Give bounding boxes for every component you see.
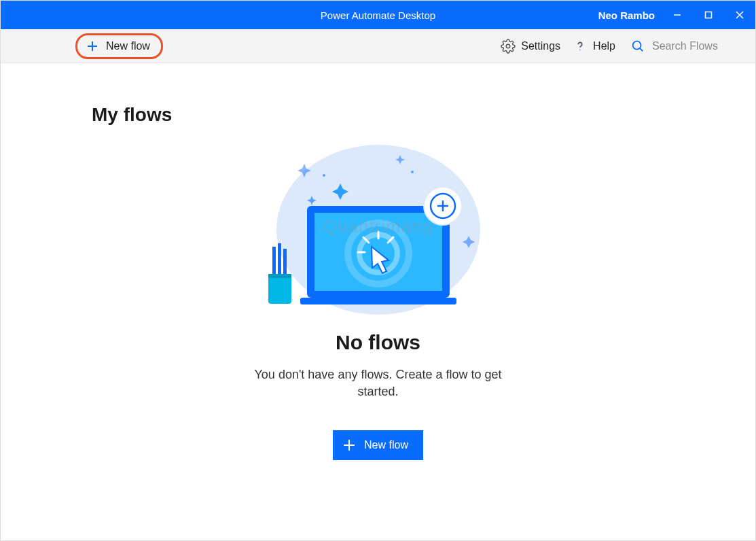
- new-flow-label: New flow: [106, 40, 150, 52]
- app-window: Power Automate Desktop Neo Rambo New flo…: [0, 0, 756, 541]
- close-button[interactable]: [724, 1, 755, 29]
- settings-button[interactable]: Settings: [501, 39, 560, 54]
- svg-point-6: [507, 44, 511, 48]
- toolbar-left: New flow: [1, 33, 163, 59]
- minimize-icon: [672, 10, 682, 20]
- svg-rect-15: [300, 298, 456, 304]
- search-icon: [630, 39, 645, 54]
- title-bar: Power Automate Desktop Neo Rambo: [1, 1, 755, 29]
- main-content: My flows: [1, 63, 755, 540]
- empty-state-title: No flows: [336, 331, 420, 354]
- svg-point-12: [411, 171, 414, 173]
- user-name[interactable]: Neo Rambo: [598, 10, 655, 21]
- empty-illustration: Quantrimang: [263, 138, 494, 315]
- gear-icon: [501, 39, 516, 54]
- plus-icon: [342, 438, 356, 452]
- minimize-button[interactable]: [662, 1, 693, 29]
- page-title: My flows: [92, 104, 674, 126]
- svg-rect-27: [268, 274, 291, 278]
- svg-line-9: [640, 48, 643, 50]
- plus-icon: [86, 39, 99, 53]
- toolbar-right: Settings Help: [501, 39, 747, 54]
- svg-point-8: [633, 41, 641, 49]
- svg-point-11: [323, 174, 325, 177]
- svg-rect-29: [278, 243, 281, 274]
- help-button[interactable]: Help: [573, 39, 615, 54]
- empty-state: Quantrimang No flows You don't have any …: [209, 138, 548, 460]
- help-label: Help: [593, 40, 615, 52]
- close-icon: [735, 10, 744, 20]
- new-flow-button-main[interactable]: New flow: [333, 430, 423, 460]
- new-flow-button-toolbar[interactable]: New flow: [75, 33, 163, 59]
- maximize-icon: [704, 10, 713, 20]
- svg-rect-28: [272, 247, 276, 274]
- window-controls: [662, 1, 755, 29]
- search-flows[interactable]: [628, 39, 747, 54]
- svg-rect-1: [706, 12, 712, 18]
- search-input[interactable]: [652, 40, 747, 52]
- svg-rect-30: [283, 249, 287, 274]
- settings-label: Settings: [521, 40, 560, 52]
- app-title: Power Automate Desktop: [321, 10, 435, 21]
- maximize-button[interactable]: [693, 1, 724, 29]
- new-flow-button-label: New flow: [364, 439, 408, 451]
- question-icon: [573, 39, 588, 54]
- toolbar: New flow Settings Help: [1, 29, 755, 63]
- svg-point-7: [579, 49, 580, 50]
- empty-state-subtitle: You don't have any flows. Create a flow …: [249, 366, 507, 400]
- svg-rect-26: [268, 274, 291, 304]
